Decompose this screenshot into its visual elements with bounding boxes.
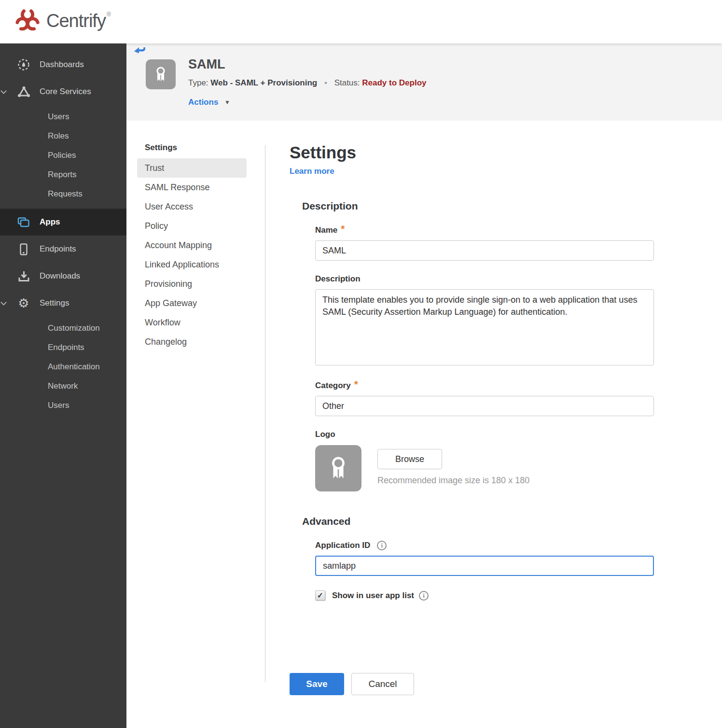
dashboard-icon [16,58,31,71]
sidebar-item-label: Endpoints [40,244,76,254]
top-bar: Centrify ® [0,0,722,43]
subnav-item-saml-response[interactable]: SAML Response [137,178,247,197]
sidebar-item-reports[interactable]: Reports [0,165,126,184]
subnav-item-trust[interactable]: Trust [137,158,247,178]
required-asterisk: * [354,382,358,387]
status-value: Ready to Deploy [362,78,426,87]
sidebar-item-core-services[interactable]: Core Services [0,78,126,105]
description-label: Description [315,274,654,284]
sidebar-item-label: Apps [40,217,60,227]
subnav-item-workflow[interactable]: Workflow [137,313,247,332]
sidebar-item-policies[interactable]: Policies [0,146,126,165]
chevron-down-icon[interactable] [0,300,7,309]
save-button[interactable]: Save [290,673,344,695]
sidebar-item-roles[interactable]: Roles [0,126,126,146]
sidebar-item-apps[interactable]: Apps [0,209,126,236]
subnav-item-linked-applications[interactable]: Linked Applications [137,255,247,274]
sidebar-item-label: Downloads [40,271,80,281]
application-id-label: Application ID i [315,541,387,550]
subnav-heading: Settings [137,143,265,153]
status-label: Status: [334,78,360,87]
vertical-divider [265,145,265,682]
chevron-down-icon[interactable] [0,88,7,98]
app-logo-badge [146,59,176,89]
logo-size-hint: Recommended image size is 180 x 180 [377,476,529,486]
category-label: Category * [315,381,654,391]
sidebar-item-label: Settings [40,298,69,308]
dot-separator: • [324,78,327,87]
sidebar-item-network[interactable]: Network [0,377,126,396]
cancel-button[interactable]: Cancel [351,673,414,695]
show-in-user-app-list-label: Show in user app list [332,591,414,601]
sidebar-item-users-settings[interactable]: Users [0,396,126,415]
description-textarea[interactable]: This template enables you to provide sin… [315,289,654,365]
endpoints-icon [16,243,31,256]
actions-menu-button[interactable]: Actions ▼ [188,98,230,107]
sidebar-item-endpoints-settings[interactable]: Endpoints [0,338,126,357]
core-services-submenu: Users Roles Policies Reports Requests [0,105,126,209]
info-icon[interactable]: i [419,591,429,601]
advanced-section-heading: Advanced [302,516,671,527]
sidebar-item-settings[interactable]: ⚙ Settings [0,290,126,317]
award-ribbon-icon [150,64,171,85]
subnav-item-app-gateway[interactable]: App Gateway [137,294,247,313]
downloads-icon [16,270,31,283]
sidebar: Dashboards Core Services Users Roles Pol… [0,43,126,728]
brand-name: Centrify [46,6,106,35]
logo-label: Logo [315,430,654,439]
sidebar-item-customization[interactable]: Customization [0,319,126,338]
check-icon: ✓ [317,592,323,600]
name-input[interactable] [315,240,654,261]
application-id-input[interactable] [315,556,654,576]
app-header: SAML Type: Web - SAML + Provisioning • S… [126,43,722,121]
app-title: SAML [188,57,225,72]
sidebar-item-requests[interactable]: Requests [0,184,126,204]
name-label: Name * [315,225,654,235]
subnav-item-account-mapping[interactable]: Account Mapping [137,236,247,255]
type-value: Web - SAML + Provisioning [210,78,317,87]
sidebar-item-endpoints[interactable]: Endpoints [0,236,126,263]
sidebar-item-label: Dashboards [40,60,84,70]
back-arrow-icon[interactable] [134,47,145,58]
description-section-heading: Description [302,200,671,212]
brand-logo: Centrify ® [14,6,111,35]
category-input[interactable] [315,396,654,416]
core-services-icon [16,85,31,98]
settings-panel: Settings Learn more Description Name * D… [290,143,671,695]
type-label: Type: [188,78,208,87]
info-icon[interactable]: i [377,541,387,550]
apps-icon [16,216,31,228]
settings-gear-icon: ⚙ [16,297,31,309]
learn-more-link[interactable]: Learn more [290,167,334,176]
subnav-item-provisioning[interactable]: Provisioning [137,274,247,294]
sidebar-item-downloads[interactable]: Downloads [0,263,126,290]
centrify-logo-icon [14,6,42,35]
sidebar-item-users[interactable]: Users [0,107,126,126]
actions-label: Actions [188,98,218,107]
app-settings-subnav: Settings Trust SAML Response User Access… [126,121,265,351]
show-in-user-app-list-checkbox[interactable]: ✓ [315,590,325,601]
sidebar-item-label: Core Services [40,87,91,97]
subnav-item-policy[interactable]: Policy [137,216,247,236]
browse-button[interactable]: Browse [377,449,442,469]
sidebar-item-dashboards[interactable]: Dashboards [0,51,126,78]
app-logo-preview [315,445,361,491]
app-meta: Type: Web - SAML + Provisioning • Status… [188,78,426,88]
subnav-item-user-access[interactable]: User Access [137,197,247,216]
sidebar-item-authentication[interactable]: Authentication [0,357,126,377]
page-title: Settings [290,143,671,162]
settings-submenu: Customization Endpoints Authentication N… [0,317,126,420]
subnav-item-changelog[interactable]: Changelog [137,332,247,351]
required-asterisk: * [341,226,345,231]
award-ribbon-icon [322,452,354,484]
caret-down-icon: ▼ [224,99,230,106]
registered-mark: ® [107,11,111,18]
